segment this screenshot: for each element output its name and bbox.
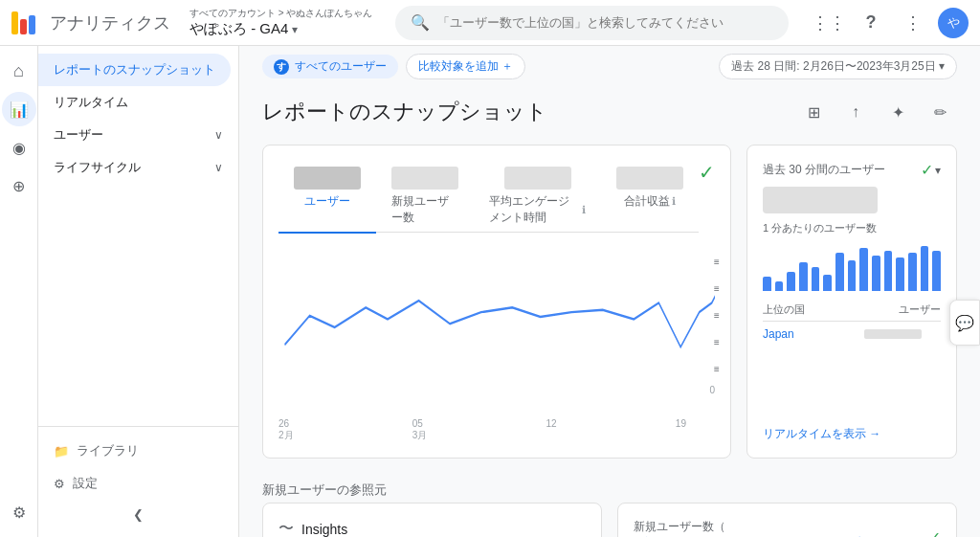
chart-icon-2[interactable]: ≡ xyxy=(707,279,726,298)
account-selector[interactable]: やぽぶろ - GA4 ▾ xyxy=(189,20,372,38)
sidebar-item-realtime[interactable]: リアルタイム xyxy=(38,86,231,119)
realtime-section-header: 上位の国 ユーザー xyxy=(763,302,941,322)
more-icon: ⋮ xyxy=(904,12,922,34)
help-button[interactable]: ? xyxy=(854,6,888,40)
sidebar-bottom: 📁 ライブラリ ⚙ 設定 ❮ xyxy=(38,426,238,529)
edit-icon: ✏ xyxy=(934,103,947,122)
nav-settings[interactable]: ⚙ xyxy=(2,495,36,529)
mini-bar-7 xyxy=(835,253,844,291)
more-button[interactable]: ⋮ xyxy=(896,6,930,40)
realtime-country-bar-container xyxy=(864,327,941,341)
settings-icon: ⚙ xyxy=(12,503,26,522)
insights-header: 〜 Insights xyxy=(278,519,586,537)
add-compare-button[interactable]: 比較対象を追加 ＋ xyxy=(406,54,525,79)
mini-bar-14 xyxy=(921,246,929,292)
yaxis-zero: 0 xyxy=(686,385,715,395)
tab-revenue-value xyxy=(616,167,683,190)
card-tabs: ユーザー 新規ユーザー数 平均エンゲージメント時間 ℹ 合計収益 ℹ xyxy=(278,161,699,233)
page-title-row: レポートのスナップショット ⊞ ↑ ✦ ✏ xyxy=(239,87,980,137)
search-input[interactable] xyxy=(437,15,773,30)
right-panel-button[interactable]: 💬 xyxy=(949,300,980,346)
realtime-dropdown-icon[interactable]: ▾ xyxy=(935,164,941,177)
chart-side-icons: ≡ ≡ ≡ ≡ ≡ xyxy=(707,252,726,378)
chart-icon-4[interactable]: ≡ xyxy=(707,332,726,351)
collapse-icon: ❮ xyxy=(133,507,144,522)
new-users-header: 新規ユーザー数（ 最初のユーザーのデフォルト チャネル グループ ▾ ） ✓ xyxy=(634,519,941,537)
chart-icon-1[interactable]: ≡ xyxy=(707,252,726,271)
mini-bar-10 xyxy=(872,256,880,292)
left-nav: ⌂ 📊 ◉ ⊕ ⚙ xyxy=(0,46,38,537)
main-layout: ⌂ 📊 ◉ ⊕ ⚙ レポートのスナップショット リアルタイム ユーザー ∨ ライ… xyxy=(0,46,980,537)
table-view-button[interactable]: ⊞ xyxy=(796,95,831,129)
nav-reports[interactable]: 📊 xyxy=(2,92,36,126)
mini-bar-12 xyxy=(896,257,904,291)
settings-icon-sidebar: ⚙ xyxy=(54,477,65,491)
tab-users[interactable]: ユーザー xyxy=(278,161,376,234)
mini-bar-5 xyxy=(812,267,820,291)
tab-engagement[interactable]: 平均エンゲージメント時間 ℹ xyxy=(474,161,601,234)
account-name: やぽぶろ - GA4 xyxy=(189,20,288,38)
apps-button[interactable]: ⋮⋮ xyxy=(812,6,846,40)
realtime-title: 過去 30 分間のユーザー xyxy=(763,162,885,178)
chart-icon-3[interactable]: ≡ xyxy=(707,305,726,324)
tab-revenue[interactable]: 合計収益 ℹ xyxy=(601,161,699,234)
mini-bar-1 xyxy=(763,277,771,291)
xaxis-label-bottom-1: 3月 xyxy=(412,429,428,442)
reports-icon: 📊 xyxy=(10,101,29,119)
tab-new-users[interactable]: 新規ユーザー数 xyxy=(376,161,474,234)
chart-area: 0 ≡ ≡ ≡ ≡ ≡ xyxy=(278,252,715,414)
insights-title: Insights xyxy=(301,522,347,537)
page-title: レポートのスナップショット xyxy=(262,98,547,126)
sidebar-item-library[interactable]: 📁 ライブラリ xyxy=(38,435,238,467)
xaxis-item-1: 05 3月 xyxy=(412,418,428,442)
mini-bar-15 xyxy=(932,251,941,292)
nav-audience[interactable]: ⊕ xyxy=(2,168,36,203)
filter-chip-icon: す xyxy=(274,59,289,75)
app-name: アナリティクス xyxy=(50,11,170,34)
nav-explore[interactable]: ◉ xyxy=(2,130,36,165)
tab-users-value xyxy=(294,167,361,190)
logo-bar-red xyxy=(20,19,27,34)
mini-bar-9 xyxy=(859,248,868,291)
bookmark-button[interactable]: ✦ xyxy=(880,95,915,129)
realtime-users-header: ユーザー xyxy=(899,302,941,317)
edit-button[interactable]: ✏ xyxy=(923,95,957,129)
realtime-country-row: Japan xyxy=(763,327,941,341)
realtime-link[interactable]: リアルタイムを表示 → xyxy=(763,426,941,442)
share-icon: ↑ xyxy=(852,103,859,121)
breadcrumb: すべてのアカウント > やぬさんぽんちゃん xyxy=(189,7,372,20)
sub-header: す すべてのユーザー 比較対象を追加 ＋ 過去 28 日間: 2月26日〜202… xyxy=(239,46,980,87)
search-bar[interactable]: 🔍 xyxy=(395,6,789,40)
tab-users-label: ユーザー xyxy=(304,193,350,210)
sidebar-section-lifecycle[interactable]: ライフサイクル ∨ xyxy=(38,151,238,184)
realtime-header: 過去 30 分間のユーザー ✓ ▾ xyxy=(763,161,941,179)
filter-label: すべてのユーザー xyxy=(295,58,387,75)
sidebar-snapshot-label: レポートのスナップショット xyxy=(54,61,215,78)
share-button[interactable]: ↑ xyxy=(838,95,873,129)
xaxis-item-3: 19 xyxy=(676,418,686,442)
date-range-selector[interactable]: 過去 28 日間: 2月26日〜2023年3月25日 ▾ xyxy=(719,54,957,79)
avatar[interactable]: や xyxy=(938,8,969,38)
filter-chip[interactable]: す すべてのユーザー xyxy=(262,55,398,78)
sidebar-item-settings[interactable]: ⚙ 設定 xyxy=(38,467,238,500)
chart-polyline xyxy=(285,284,715,347)
logo xyxy=(11,11,38,34)
new-users-title-line1: 新規ユーザー数（ xyxy=(634,520,725,533)
nav-home[interactable]: ⌂ xyxy=(2,54,36,88)
breadcrumb-text: すべてのアカウント > やぬさんぽんちゃん xyxy=(189,7,372,20)
home-icon: ⌂ xyxy=(13,61,24,81)
mini-bar-6 xyxy=(823,275,832,292)
chart-xaxis: 26 2月 05 3月 12 19 xyxy=(278,414,715,442)
sidebar-section-users[interactable]: ユーザー ∨ xyxy=(38,119,238,151)
chevron-down-icon-lifecycle: ∨ xyxy=(214,161,223,174)
realtime-check-icon: ✓ xyxy=(921,161,933,179)
library-icon: 📁 xyxy=(54,444,69,459)
collapse-button[interactable]: ❮ xyxy=(38,500,238,529)
tab-revenue-label: 合計収益 ℹ xyxy=(624,193,676,210)
apps-icon: ⋮⋮ xyxy=(812,12,846,34)
table-icon: ⊞ xyxy=(808,103,820,122)
chart-icon-5[interactable]: ≡ xyxy=(707,359,726,378)
cards-container: ユーザー 新規ユーザー数 平均エンゲージメント時間 ℹ 合計収益 ℹ xyxy=(239,137,980,474)
sidebar-item-snapshot[interactable]: レポートのスナップショット xyxy=(38,54,231,86)
search-icon: 🔍 xyxy=(411,13,430,32)
